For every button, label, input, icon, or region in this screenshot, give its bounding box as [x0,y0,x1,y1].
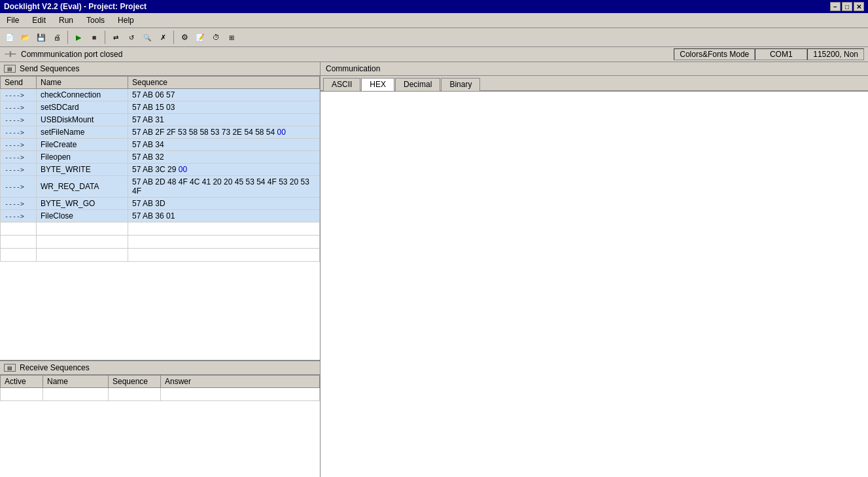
send-cell-sequence: 57 AB 3C 29 00 [128,164,320,176]
receive-sequences-title: Receive Sequences [20,363,90,372]
tab-ascii[interactable]: ASCII [323,78,360,91]
send-header-icon: ▤ [4,65,16,73]
receive-sequences-panel: ▤ Receive Sequences Active Name Sequence… [0,361,320,477]
receive-sequences-table: Active Name Sequence Answer [0,375,320,401]
baud-field: 115200, Non [807,48,864,60]
receive-cell-active [1,388,43,401]
col-header-sequence: Sequence [128,77,320,89]
col-header-rseq: Sequence [109,376,161,388]
menu-bar: File Edit Run Tools Help [0,13,868,28]
send-row[interactable]: ----> setFileName 57 AB 2F 2F 53 58 58 5… [1,126,320,139]
close-button[interactable]: ✕ [854,2,864,11]
send-cell-arrow: ----> [1,198,37,210]
send-cell-arrow: ----> [1,114,37,126]
extra-button[interactable]: ⊞ [224,30,239,44]
receive-cell-name [43,388,109,401]
send-empty-row [1,222,320,236]
send-row[interactable]: ----> BYTE_WRITE 57 AB 3C 29 00 [1,164,320,176]
send-cell-arrow: ----> [1,101,37,114]
communication-content[interactable] [321,92,868,477]
send-cell-arrow: ----> [1,210,37,222]
separator-2 [105,31,105,44]
receive-header-icon: ▤ [4,364,16,372]
send-cell-name: USBDiskMount [37,114,128,126]
receive-cell-answer [161,388,320,401]
send-cell-name: checkConnection [37,89,128,101]
send-row[interactable]: ----> FileCreate 57 AB 34 [1,139,320,151]
time-button[interactable] [209,30,223,44]
receive-sequences-table-container[interactable]: Active Name Sequence Answer [0,375,320,477]
send-row[interactable]: ----> setSDCard 57 AB 15 03 [1,101,320,114]
col-header-active: Active [1,376,43,388]
toolbar: ⇄ ↺ ⊞ [0,28,868,47]
col-header-send: Send [1,77,37,89]
receive-sequences-header: ▤ Receive Sequences [0,361,320,375]
send-cell-sequence: 57 AB 3D [128,198,320,210]
open-button[interactable] [18,30,33,44]
new-button[interactable] [3,30,17,44]
send-cell-sequence: 57 AB 32 [128,151,320,164]
send-cell-name: WR_REQ_DATA [37,176,128,198]
right-panel: Communication ASCII HEX Decimal Binary [321,62,868,477]
port-field: COM1 [755,48,807,60]
main-content: ▤ Send Sequences Send Name Sequence ----… [0,62,868,477]
menu-run[interactable]: Run [55,14,77,26]
send-row[interactable]: ----> checkConnection 57 AB 06 57 [1,89,320,101]
log-button[interactable] [193,30,207,44]
send-row[interactable]: ----> USBDiskMount 57 AB 31 [1,114,320,126]
send-row[interactable]: ----> FileClose 57 AB 36 01 [1,210,320,222]
send-row[interactable]: ----> WR_REQ_DATA 57 AB 2D 48 4F 4C 41 2… [1,176,320,198]
find-button[interactable] [140,30,154,44]
print-button[interactable] [50,30,64,44]
send-row[interactable]: ----> BYTE_WR_GO 57 AB 3D [1,198,320,210]
separator-1 [67,31,68,44]
receive-empty-row [1,388,320,401]
col-header-answer: Answer [161,376,320,388]
send-cell-sequence: 57 AB 06 57 [128,89,320,101]
menu-tools[interactable]: Tools [82,14,109,26]
maximize-button[interactable]: □ [842,2,852,11]
send-cell-arrow: ----> [1,164,37,176]
status-bar: ⊣⊢ Commmunication port closed Colors&Fon… [0,47,868,62]
communication-tabs: ASCII HEX Decimal Binary [321,76,868,92]
menu-help[interactable]: Help [114,14,138,26]
run-button[interactable] [71,30,86,44]
send-cell-arrow: ----> [1,126,37,139]
send-sequences-table-container[interactable]: Send Name Sequence ----> checkConnection… [0,76,320,360]
stop-button[interactable] [87,30,101,44]
send-cell-sequence: 57 AB 36 01 [128,210,320,222]
tool1-button[interactable]: ⇄ [109,30,123,44]
send-cell-name: FileClose [37,210,128,222]
tab-hex[interactable]: HEX [361,78,394,91]
send-cell-sequence: 57 AB 31 [128,114,320,126]
send-cell-name: setSDCard [37,101,128,114]
send-cell-sequence: 57 AB 15 03 [128,101,320,114]
send-empty-row [1,236,320,249]
send-cell-name: FileCreate [37,139,128,151]
send-empty-row [1,249,320,262]
send-cell-arrow: ----> [1,176,37,198]
title-bar: Docklight V2.2 (Eval) - Project: Project… [0,0,868,13]
connection-icon: ⊣⊢ [4,50,16,59]
tab-decimal[interactable]: Decimal [395,78,440,91]
tab-binary[interactable]: Binary [441,78,480,91]
send-cell-name: setFileName [37,126,128,139]
send-sequences-table: Send Name Sequence ----> checkConnection… [0,76,320,262]
menu-edit[interactable]: Edit [28,14,50,26]
send-cell-sequence: 57 AB 2F 2F 53 58 58 53 73 2E 54 58 54 0… [128,126,320,139]
col-header-name: Name [37,77,128,89]
send-sequences-panel: ▤ Send Sequences Send Name Sequence ----… [0,62,320,361]
send-cell-name: Fileopen [37,151,128,164]
send-sequences-title: Send Sequences [20,64,79,73]
receive-cell-seq [109,388,161,401]
clear-button[interactable] [156,30,170,44]
send-row[interactable]: ----> Fileopen 57 AB 32 [1,151,320,164]
save-button[interactable] [34,30,48,44]
minimize-button[interactable]: − [830,2,841,11]
col-header-rname: Name [43,376,109,388]
tool2-button[interactable]: ↺ [124,30,139,44]
send-sequences-header: ▤ Send Sequences [0,62,320,76]
send-cell-sequence: 57 AB 34 [128,139,320,151]
settings-button[interactable] [177,30,192,44]
menu-file[interactable]: File [3,14,23,26]
